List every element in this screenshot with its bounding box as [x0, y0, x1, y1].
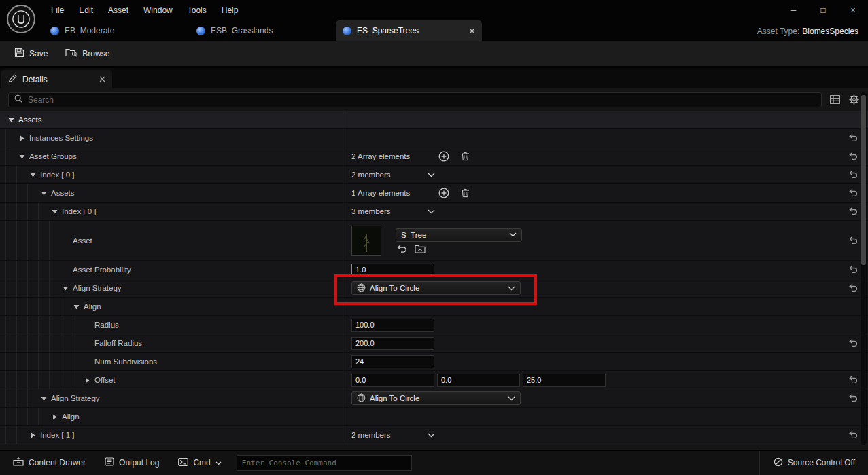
close-button[interactable]: × — [838, 0, 868, 20]
cmd-label: Cmd — [193, 458, 210, 468]
expand-arrow-icon[interactable] — [38, 191, 49, 196]
property-label: Asset — [73, 236, 92, 245]
row-instances-settings: Instances Settings — [0, 129, 868, 147]
vertical-scrollbar[interactable] — [861, 92, 867, 445]
reset-to-default-button[interactable] — [846, 205, 860, 218]
delete-elements-icon[interactable] — [461, 152, 470, 161]
asset-thumbnail[interactable] — [351, 226, 381, 256]
indent-guide — [16, 316, 27, 334]
search-box[interactable] — [8, 92, 822, 107]
property-label: Asset Groups — [29, 152, 77, 160]
asset-type-info: Asset Type:BiomesSpecies — [757, 27, 858, 36]
browse-to-asset-icon[interactable] — [415, 245, 426, 253]
settings-gear-icon[interactable] — [848, 94, 860, 105]
members-dropdown-icon[interactable] — [428, 433, 435, 438]
property-label: Instances Settings — [29, 134, 93, 142]
console-command-input[interactable] — [237, 455, 412, 471]
expand-arrow-icon[interactable] — [60, 286, 71, 291]
reset-to-default-button[interactable] — [846, 131, 860, 145]
save-button[interactable]: Save — [7, 43, 55, 63]
property-label: Index [ 0 ] — [62, 207, 97, 215]
source-control-button[interactable]: Source Control Off — [767, 454, 862, 472]
indent-guide — [27, 184, 38, 202]
radius-input[interactable] — [351, 319, 434, 332]
offset-x-input[interactable] — [351, 374, 434, 387]
expand-arrow-icon[interactable] — [38, 396, 49, 401]
cmd-button[interactable]: Cmd — [171, 454, 228, 472]
menu-help[interactable]: Help — [214, 5, 246, 15]
delete-elements-icon[interactable] — [461, 188, 470, 198]
menu-window[interactable]: Window — [136, 5, 180, 15]
reset-to-default-button[interactable] — [846, 428, 860, 442]
expand-arrow-icon[interactable] — [16, 154, 27, 159]
menu-tools[interactable]: Tools — [180, 5, 214, 15]
indent-guide — [38, 261, 49, 279]
details-close-icon[interactable] — [99, 76, 105, 82]
asset-select-dropdown[interactable]: S_Tree — [396, 228, 522, 242]
property-label: Assets — [51, 189, 75, 197]
tab-details[interactable]: Details — [1, 70, 112, 88]
tab-es-sparsetrees[interactable]: ES_SparseTrees — [336, 20, 482, 41]
members-dropdown-icon[interactable] — [428, 209, 435, 214]
add-element-icon[interactable] — [438, 151, 449, 162]
reset-to-default-button[interactable] — [846, 168, 860, 181]
display-filter-icon[interactable] — [829, 95, 841, 104]
indent-guide — [27, 353, 38, 370]
reset-to-default-button[interactable] — [846, 186, 860, 200]
indent-guide — [60, 334, 71, 352]
menu-edit[interactable]: Edit — [71, 5, 101, 15]
reset-to-default-button[interactable] — [846, 336, 860, 350]
tab-close-icon[interactable] — [469, 28, 475, 34]
indent-guide — [38, 203, 49, 220]
details-panel: Assets Instances Settings Ass — [0, 88, 868, 450]
indent-guide — [27, 334, 38, 352]
expand-arrow-icon[interactable] — [5, 118, 16, 122]
indent-guide — [49, 221, 60, 260]
reset-to-default-button[interactable] — [846, 234, 860, 247]
tab-esb-grasslands[interactable]: ESB_Grasslands — [190, 20, 336, 41]
asset-type-link[interactable]: BiomesSpecies — [802, 27, 858, 36]
tab-eb-moderate[interactable]: EB_Moderate — [44, 20, 190, 41]
expand-arrow-icon[interactable] — [49, 209, 60, 214]
indent-guide — [5, 261, 16, 279]
menu-file[interactable]: File — [44, 5, 71, 15]
reset-to-default-button[interactable] — [846, 281, 860, 295]
scrollbar-thumb[interactable] — [861, 95, 866, 265]
collapse-arrow-icon[interactable] — [82, 377, 92, 383]
row-index-0-inner: Index [ 0 ] 3 members — [0, 203, 868, 221]
reset-to-default-button[interactable] — [846, 391, 860, 405]
content-drawer-button[interactable]: Content Drawer — [6, 454, 92, 472]
collapse-arrow-icon[interactable] — [16, 135, 27, 141]
falloff-radius-input[interactable] — [351, 337, 434, 350]
property-label: Index [ 1 ] — [40, 431, 75, 439]
reset-to-default-button[interactable] — [846, 263, 860, 277]
collapse-arrow-icon[interactable] — [49, 414, 60, 420]
minimize-button[interactable]: ─ — [778, 0, 808, 20]
indent-guide — [5, 353, 16, 370]
indent-guide — [5, 184, 16, 202]
reset-to-default-button[interactable] — [846, 373, 860, 387]
expand-arrow-icon[interactable] — [27, 173, 38, 177]
offset-z-input[interactable] — [523, 374, 606, 387]
browse-label: Browse — [82, 49, 109, 58]
collapse-arrow-icon[interactable] — [27, 432, 38, 438]
num-subdivisions-input[interactable] — [351, 355, 434, 368]
maximize-button[interactable]: □ — [808, 0, 838, 20]
cmd-dropdown-icon[interactable] — [215, 458, 222, 468]
expand-arrow-icon[interactable] — [71, 304, 82, 309]
reset-to-default-button[interactable] — [846, 149, 860, 163]
add-element-icon[interactable] — [438, 188, 449, 198]
browse-button[interactable]: Browse — [58, 43, 117, 63]
align-strategy-dropdown-2[interactable]: Align To Circle — [351, 391, 521, 405]
menu-asset[interactable]: Asset — [101, 5, 136, 15]
offset-y-input[interactable] — [437, 374, 520, 387]
indent-guide — [5, 129, 16, 147]
output-log-button[interactable]: Output Log — [98, 454, 166, 472]
indent-guide — [38, 334, 49, 352]
indent-guide — [5, 147, 16, 165]
use-selected-asset-icon[interactable] — [397, 245, 407, 253]
members-dropdown-icon[interactable] — [428, 173, 435, 177]
indent-guide — [27, 279, 38, 297]
indent-guide — [71, 316, 82, 334]
search-input[interactable] — [28, 95, 816, 105]
